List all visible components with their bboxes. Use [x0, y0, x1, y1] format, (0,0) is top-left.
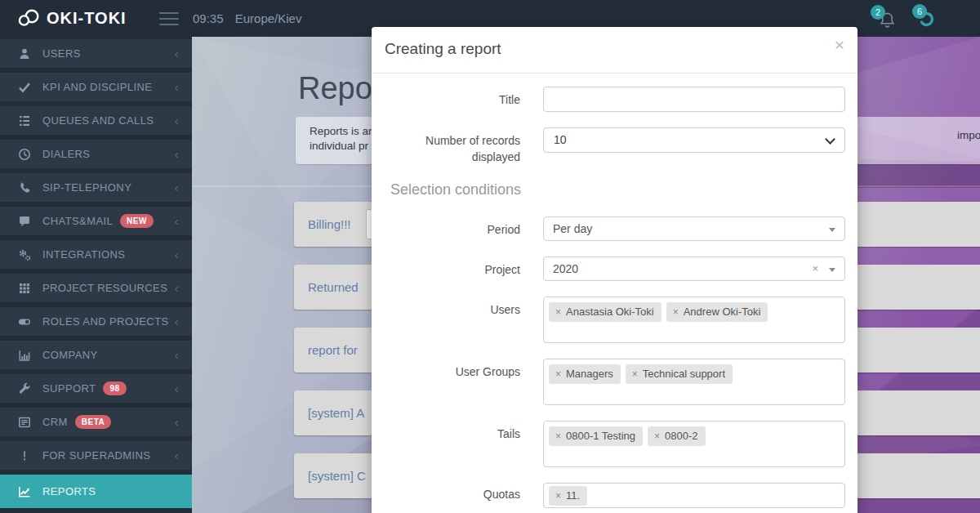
creating-report-modal: Creating a report × Title Number of reco…	[372, 27, 858, 513]
group-tag: ×Technical support	[626, 364, 733, 385]
sidebar-item-label: ROLES AND PROJECTS	[42, 315, 169, 328]
section-heading: Selection conditions	[390, 181, 845, 199]
sidebar-item-label: SUPPORT	[42, 382, 96, 395]
sidebar-item-label: CRM	[42, 416, 68, 428]
modal-title: Creating a report	[385, 40, 501, 57]
groups-multiselect[interactable]: ×Managers ×Technical support	[543, 359, 845, 405]
user-tag: ×Andrew Oki-Toki	[666, 302, 768, 323]
report-link[interactable]: [system] A	[308, 406, 364, 420]
user-tag: ×Anastasia Oki-Toki	[549, 302, 662, 323]
sidebar-item-kpi[interactable]: KPI AND DISCIPLINE ‹	[0, 73, 192, 101]
close-icon[interactable]: ×	[835, 35, 844, 55]
users-multiselect[interactable]: ×Anastasia Oki-Toki ×Andrew Oki-Toki	[543, 297, 845, 343]
line-chart-icon	[18, 485, 31, 498]
wrench-icon	[18, 382, 31, 395]
bell-badge[interactable]: 2	[871, 5, 885, 20]
groups-label: User Groups	[384, 359, 520, 405]
report-link[interactable]: report for	[308, 343, 358, 357]
alert-text-line2: individual pr	[310, 140, 368, 152]
sidebar-item-sip-telephony[interactable]: SIP-TELEPHONY ‹	[0, 173, 192, 202]
project-row: Project 2020 ×	[384, 256, 845, 281]
project-select[interactable]: 2020 ×	[543, 256, 845, 281]
timezone-value: Europe/Kiev	[235, 11, 302, 25]
sidebar-item-chats-mail[interactable]: CHATS&MAIL NEW ‹	[0, 207, 192, 235]
report-link[interactable]: Returned	[308, 280, 359, 294]
check-icon	[18, 81, 31, 94]
sidebar-item-users[interactable]: USERS ‹	[0, 39, 192, 68]
clock: 09:35 Europe/Kiev	[193, 11, 301, 25]
sidebar: USERS ‹ KPI AND DISCIPLINE ‹ QUEUES AND …	[0, 37, 192, 513]
sidebar-item-label: COMPANY	[42, 349, 98, 361]
chevron-left-icon: ‹	[175, 349, 179, 361]
chevron-left-icon: ‹	[175, 181, 179, 194]
beta-badge: BETA	[75, 415, 111, 429]
project-label: Project	[384, 256, 520, 281]
caret-down-icon	[829, 268, 835, 272]
sidebar-item-queues[interactable]: QUEUES AND CALLS ‹	[0, 106, 192, 135]
sidebar-item-roles-projects[interactable]: ROLES AND PROJECTS ‹	[0, 307, 192, 336]
chevron-left-icon: ‹	[175, 215, 179, 227]
sidebar-item-dialers[interactable]: DIALERS ‹	[0, 140, 192, 168]
list-icon	[18, 114, 31, 127]
chevron-left-icon: ‹	[175, 114, 179, 127]
cloud-logo-icon	[16, 7, 41, 29]
records-select[interactable]: 10	[543, 127, 845, 153]
remove-tag-icon[interactable]: ×	[555, 368, 561, 380]
title-label: Title	[384, 87, 520, 112]
remove-tag-icon[interactable]: ×	[654, 430, 660, 442]
brand-logo[interactable]: OKI-TOKI	[16, 7, 127, 29]
sidebar-item-company[interactable]: COMPANY ‹	[0, 341, 192, 369]
tag-label: 11.	[566, 489, 580, 502]
chevron-left-icon: ‹	[175, 248, 179, 261]
chevron-left-icon: ‹	[175, 382, 179, 395]
sidebar-item-crm[interactable]: CRM BETA ‹	[0, 408, 192, 436]
chevron-down-icon	[825, 134, 835, 145]
sidebar-item-integrations[interactable]: INTEGRATIONS ‹	[0, 240, 192, 269]
tag-label: Andrew Oki-Toki	[684, 306, 761, 318]
chat-bubble-icon	[18, 215, 31, 228]
alert-text-line1: Reports is ar	[310, 125, 372, 137]
grid-icon	[18, 282, 31, 295]
records-selected-value: 10	[554, 133, 567, 146]
remove-tag-icon[interactable]: ×	[555, 430, 561, 442]
table-icon	[18, 416, 31, 429]
records-label: Number of records displayed	[384, 127, 520, 166]
tails-row: Tails ×0800-1 Testing ×0800-2	[384, 421, 845, 467]
sidebar-item-project-resources[interactable]: PROJECT RESOURCES ‹	[0, 274, 192, 302]
sidebar-item-label: REPORTS	[42, 485, 96, 497]
toggle-icon	[18, 315, 31, 328]
sidebar-item-support[interactable]: SUPPORT 98 ‹	[0, 374, 192, 403]
tails-multiselect[interactable]: ×0800-1 Testing ×0800-2	[543, 421, 845, 467]
tag-label: 0800-1 Testing	[566, 430, 635, 442]
sidebar-item-label: DIALERS	[42, 148, 90, 160]
group-tag: ×Managers	[549, 364, 621, 385]
period-select[interactable]: Per day	[543, 216, 845, 241]
caret-down-icon	[829, 228, 835, 232]
sidebar-item-label: INTEGRATIONS	[42, 248, 125, 261]
remove-tag-icon[interactable]: ×	[632, 368, 638, 380]
remove-tag-icon[interactable]: ×	[555, 306, 561, 318]
sidebar-item-superadmins[interactable]: FOR SUPERADMINS ‹	[0, 441, 192, 470]
time-value: 09:35	[193, 11, 224, 25]
tail-tag: ×0800-1 Testing	[549, 426, 643, 447]
modal-body: Title Number of records displayed 10 Sel…	[372, 74, 858, 513]
menu-toggle-icon[interactable]	[159, 12, 179, 29]
groups-row: User Groups ×Managers ×Technical support	[384, 359, 845, 405]
clock-icon	[18, 148, 31, 161]
tail-tag: ×0800-2	[648, 426, 706, 447]
modal-header: Creating a report ×	[372, 27, 858, 74]
quotas-multiselect[interactable]: ×11.	[543, 483, 845, 508]
sidebar-item-reports[interactable]: REPORTS	[0, 475, 192, 508]
title-input[interactable]	[543, 87, 845, 112]
tag-label: 0800-2	[665, 430, 697, 442]
sidebar-item-label: SIP-TELEPHONY	[42, 181, 131, 194]
remove-tag-icon[interactable]: ×	[673, 306, 679, 318]
report-link[interactable]: [system] C	[308, 469, 366, 483]
clear-selection-icon[interactable]: ×	[812, 262, 818, 274]
remove-tag-icon[interactable]: ×	[555, 490, 561, 502]
history-badge[interactable]: 6	[912, 4, 927, 19]
project-selected-value: 2020	[553, 262, 578, 275]
bar-chart-icon	[18, 349, 31, 362]
brand-name: OKI-TOKI	[47, 9, 127, 28]
report-link[interactable]: Billing!!!	[308, 217, 351, 231]
